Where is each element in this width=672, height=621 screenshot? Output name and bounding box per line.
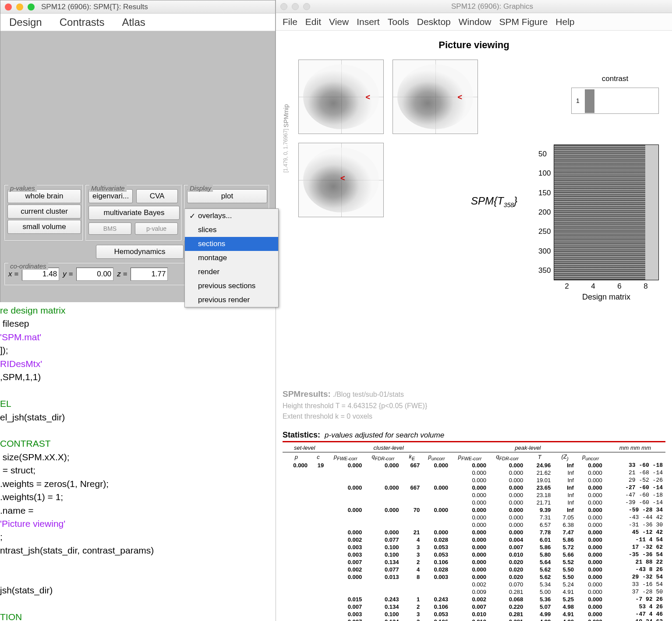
overlays-dropdown: overlays...slicessectionsmontagerenderpr… — [184, 208, 279, 307]
y-input[interactable] — [76, 268, 113, 281]
results-window: SPM12 (6906): SPM{T}: Results Design Con… — [0, 0, 276, 307]
dropdown-item-render[interactable]: render — [185, 265, 278, 279]
table-row[interactable]: 0.0000.00021.62Inf0.00021 -68 -14 — [283, 469, 665, 476]
results-titlebar: SPM12 (6906): SPM{T}: Results — [0, 0, 275, 14]
table-row[interactable]: 0.0020.07740.0280.0000.0205.625.500.000-… — [283, 566, 665, 573]
cva-button[interactable]: CVA — [136, 189, 178, 203]
table-row[interactable]: 0.0000.0006.576.380.000-31 -36 30 — [283, 521, 665, 529]
multivariate-bayes-button[interactable]: multivariate Bayes — [88, 206, 180, 220]
traffic-lights — [5, 4, 35, 11]
dropdown-item-previous-render[interactable]: previous render — [185, 293, 278, 307]
graphics-title: SPM12 (6906): Graphics — [317, 2, 668, 11]
spm-results-text: SPMresults: ./Blog test/sub-01/stats Hei… — [283, 388, 665, 422]
table-row[interactable]: 0.0000.0006670.0000.0000.00023.65Inf0.00… — [283, 484, 665, 491]
menu-view[interactable]: View — [329, 17, 349, 27]
results-menubar: Design Contrasts Atlas — [0, 14, 275, 31]
table-row[interactable]: 0.0070.13420.1060.0100.2814.994.900.000-… — [283, 618, 665, 621]
menu-window[interactable]: Window — [459, 17, 492, 27]
display-label: Display — [188, 184, 213, 192]
brain-axial[interactable]: < — [298, 143, 384, 217]
spm-t-label: SPM{T358} — [471, 195, 517, 208]
menu-spm-figure[interactable]: SPM Figure — [499, 17, 548, 27]
minimize-icon[interactable] — [292, 3, 299, 10]
menu-design[interactable]: Design — [9, 16, 42, 28]
menu-contrasts[interactable]: Contrasts — [60, 16, 105, 28]
menu-edit[interactable]: Edit — [305, 17, 321, 27]
menu-tools[interactable]: Tools — [388, 17, 409, 27]
zoom-icon[interactable] — [303, 3, 310, 10]
extent-threshold: Extent threshold k = 0 voxels — [283, 413, 372, 420]
spm-results-path: ./Blog test/sub-01/stats — [332, 391, 404, 398]
table-row[interactable]: 0.0150.24310.2430.0020.0685.365.250.000-… — [283, 596, 665, 603]
multivariate-panel: Multivariate eigenvari... CVA multivaria… — [85, 184, 181, 240]
menu-atlas[interactable]: Atlas — [122, 16, 145, 28]
contrast-label: contrast — [571, 74, 659, 83]
table-row[interactable]: 0.0030.10030.0530.0000.0075.865.720.0001… — [283, 543, 665, 551]
current-cluster-button[interactable]: current cluster — [7, 205, 81, 219]
dropdown-item-sections[interactable]: sections — [185, 237, 278, 251]
table-row[interactable]: 0.0090.2815.004.910.00037 -28 50 — [283, 588, 665, 596]
dropdown-item-montage[interactable]: montage — [185, 251, 278, 265]
coords-panel: co-ordinates x = y = z = — [4, 262, 197, 285]
bms-button[interactable]: BMS — [88, 222, 131, 235]
coords-label: co-ordinates — [8, 262, 48, 270]
contrast-bar: 1 — [571, 88, 659, 114]
contrast-plot: contrast 1 — [571, 74, 659, 114]
divider-icon — [283, 441, 665, 442]
hemodynamics-button[interactable]: Hemodynamics — [96, 245, 184, 259]
mip-label: SPMmip — [283, 104, 290, 127]
table-row[interactable]: 0.0000.00023.18Inf0.000-47 -60 -18 — [283, 491, 665, 499]
contrast-ytick: 1 — [576, 97, 580, 104]
table-row[interactable]: 0.0000.00019.01Inf0.00029 -52 -26 — [283, 476, 665, 484]
dropdown-item-previous-sections[interactable]: previous sections — [185, 279, 278, 293]
minimize-icon[interactable] — [16, 4, 23, 11]
table-row[interactable]: 0.0000.000700.0000.0000.0009.39Inf0.000-… — [283, 506, 665, 514]
table-row[interactable]: 0.0000.000210.0000.0000.0007.787.470.000… — [283, 529, 665, 536]
stats-section: Statistics: p-values adjusted for search… — [283, 430, 665, 621]
small-volume-button[interactable]: small volume — [7, 220, 81, 234]
graphics-titlebar: SPM12 (6906): Graphics — [276, 0, 672, 13]
pvalues-panel: p-values whole brain current cluster sma… — [4, 184, 83, 240]
table-row[interactable]: 0.0030.10030.0530.0100.2814.994.910.000-… — [283, 610, 665, 618]
z-label: z = — [117, 270, 127, 279]
table-row[interactable]: 0.0000.01380.0030.0000.0205.625.500.0002… — [283, 573, 665, 581]
mip-coords: [1.479, 0, 1.76967] — [283, 129, 290, 173]
height-threshold: Height threshold T = 4.643152 {p<0.05 (F… — [283, 402, 427, 409]
close-icon[interactable] — [280, 3, 287, 10]
results-title: SPM12 (6906): SPM{T}: Results — [41, 3, 148, 11]
table-row[interactable]: 0.0070.13420.1060.0000.0205.645.520.0002… — [283, 558, 665, 566]
dm-label: Design matrix — [554, 293, 659, 302]
spm-results-head: SPMresults: — [283, 389, 331, 399]
design-matrix: 50100150200250300350 2468 Design matrix — [554, 145, 659, 302]
table-row[interactable]: 0.0020.07740.0280.0000.0046.015.860.000-… — [283, 536, 665, 543]
menu-insert[interactable]: Insert — [357, 17, 380, 27]
brain-sagittal[interactable]: < — [298, 60, 384, 134]
x-label: x = — [8, 270, 18, 279]
graphics-window: SPM12 (6906): Graphics FileEditViewInser… — [276, 0, 672, 621]
table-row[interactable]: 0.0000.0007.317.050.000-43 -44 42 — [283, 514, 665, 521]
stats-title: Statistics: p-values adjusted for search… — [283, 430, 665, 440]
menu-file[interactable]: File — [283, 17, 297, 27]
table-row[interactable]: 0.0030.10030.0530.0000.0105.805.660.000-… — [283, 551, 665, 558]
pvalues-label: p-values — [8, 184, 37, 192]
table-row[interactable]: 0.0020.0705.345.240.00033 -16 54 — [283, 581, 665, 588]
menu-help[interactable]: Help — [555, 17, 574, 27]
close-icon[interactable] — [5, 4, 12, 11]
graphics-menubar: FileEditViewInsertToolsDesktopWindowSPM … — [276, 13, 672, 31]
contrast-bar-fill — [585, 89, 594, 113]
figure-title: Picture viewing — [283, 39, 665, 51]
pvalue-button[interactable]: p-value — [135, 222, 178, 235]
dm-yticks: 50100150200250300350 — [538, 145, 551, 280]
zoom-icon[interactable] — [28, 4, 35, 11]
menu-desktop[interactable]: Desktop — [417, 17, 451, 27]
gfx-traffic-lights — [280, 3, 310, 10]
table-row[interactable]: 0.0070.13420.1060.0070.2205.074.980.0005… — [283, 603, 665, 610]
dropdown-item-slices[interactable]: slices — [185, 223, 278, 237]
z-input[interactable] — [131, 268, 168, 281]
table-row[interactable]: 0.0000.00021.71Inf0.000-39 -60 -14 — [283, 499, 665, 506]
design-matrix-image[interactable] — [554, 145, 659, 280]
dropdown-item-overlays-[interactable]: overlays... — [185, 209, 278, 223]
brain-coronal[interactable]: < — [393, 60, 478, 134]
y-label: y = — [63, 270, 73, 279]
table-row[interactable]: 0.000190.0000.0006670.0000.0000.00024.96… — [283, 462, 665, 469]
